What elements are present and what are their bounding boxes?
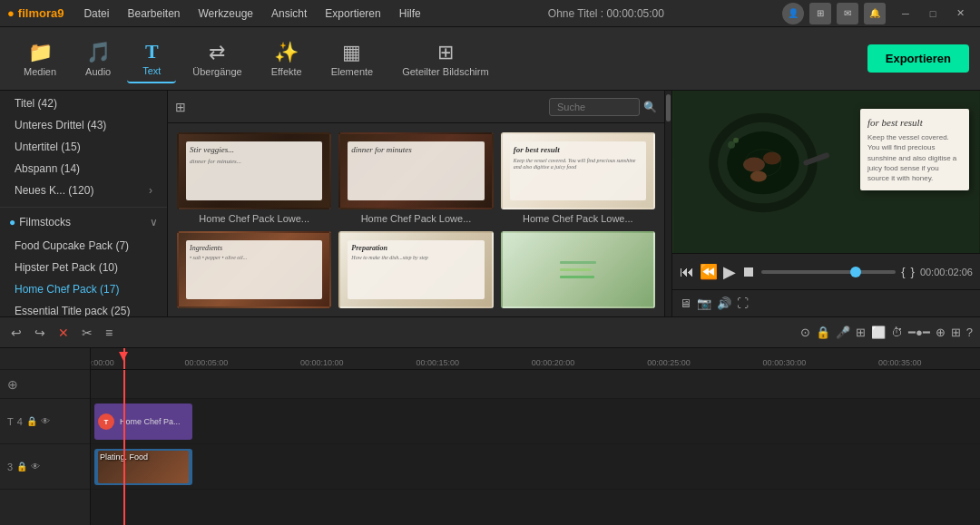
tl-icon-5[interactable]: ⬜ [871,326,886,339]
toolbar-geteilt[interactable]: ⊞ Geteilter Bildschirm [389,35,501,83]
track-lock-icon-3[interactable]: 🔒 [16,462,27,472]
filmstock-cupcake[interactable]: Food Cupcake Pack (7) [0,235,167,257]
list-item[interactable]: Preparation How to make the dish...step … [338,231,493,312]
track-eye-icon-3[interactable]: 👁 [31,462,40,472]
category-abspann[interactable]: Abspann (14) [0,158,167,180]
stop-button[interactable]: ⏹ [741,264,756,280]
tl-icon-7[interactable]: ⊕ [936,326,946,339]
list-item[interactable]: Stir veggies... dinner for minutes... Ho… [177,132,331,224]
bracket-left-icon[interactable]: { [901,265,905,278]
timeline: ↩ ↪ ✕ ✂ ≡ ⊙ 🔒 🎤 ⊞ ⬜ ⏱ ━●━ ⊕ ⊞ ? ⊕ [0,316,980,525]
step-back-button[interactable]: ⏪ [700,263,718,280]
grid-icon[interactable]: ⊞ [175,100,186,114]
menu-hilfe[interactable]: Hilfe [390,4,430,24]
media-card-label: Home Chef Pack Lowe... [177,213,331,224]
filmstocks-header[interactable]: ● Filmstocks ∨ [0,211,167,233]
screen-icon[interactable]: 🖥 [680,297,691,310]
tl-icon-2[interactable]: 🔒 [816,326,830,339]
toolbar-uebergaenge[interactable]: ⇄ Übergänge [180,35,254,83]
tl-icon-3[interactable]: 🎤 [836,326,850,339]
recipe-card-text: Keep the vessel covered. You will find p… [867,132,962,183]
list-item[interactable]: for best result Keep the vessel covered.… [501,132,655,224]
svg-rect-1 [560,268,592,271]
svg-point-9 [763,152,781,165]
adjust-button[interactable]: ≡ [102,324,116,342]
toolbar-medien[interactable]: 📁 Medien [11,35,69,83]
search-input[interactable] [549,98,640,116]
help-icon[interactable]: ? [966,326,973,339]
progress-slider[interactable] [761,270,896,274]
tl-icon-8[interactable]: ⊞ [951,326,961,339]
progress-thumb[interactable] [850,267,861,277]
preview-controls: ⏮ ⏪ ▶ ⏹ { } 00:00:02:06 [672,253,980,289]
track-labels: ⊕ T 4 🔒 👁 3 🔒 👁 [0,348,91,525]
undo-button[interactable]: ↩ [7,324,25,342]
video-clip[interactable]: Plating. Food [94,449,192,485]
track-row-4: T Home Chef Pa... [91,399,980,444]
maximize-button[interactable]: □ [920,5,946,23]
projects-icon[interactable]: ⊞ [809,3,831,24]
skip-back-button[interactable]: ⏮ [680,264,694,280]
fullscreen-icon[interactable]: ⛶ [737,297,749,310]
menu-bearbeiten[interactable]: Bearbeiten [118,4,189,24]
toolbar-elemente[interactable]: ▦ Elemente [318,35,386,83]
menu-datei[interactable]: Datei [74,4,118,24]
user-avatar[interactable]: 👤 [782,3,804,24]
audio-icon: 🎵 [86,41,111,64]
menu-ansicht[interactable]: Ansicht [262,4,316,24]
alert-icon[interactable]: 🔔 [864,3,886,24]
track-row-3: Plating. Food [91,444,980,490]
list-item[interactable]: dinner for minutes Home Chef Pack Lowe..… [338,132,493,224]
scrollbar[interactable] [664,91,671,316]
menu-werkzeuge[interactable]: Werkzeuge [190,4,262,24]
toolbar-text[interactable]: T Text [127,34,176,83]
filmstocks-items: Food Cupcake Pack (7) Hipster Pet Pack (… [0,233,167,316]
filmstock-homechef[interactable]: Home Chef Pack (17) [0,278,167,300]
uebergaenge-icon: ⇄ [209,41,225,64]
left-panel: Titel (42) Unteres Drittel (43) Untertit… [0,91,168,316]
volume-icon[interactable]: 🔊 [717,297,731,310]
filmstock-hipster[interactable]: Hipster Pet Pack (10) [0,257,167,278]
tl-icon-6[interactable]: ⏱ [891,326,903,339]
time-mark-7: 00:00:35:00 [878,358,922,367]
media-card-label: Home Chef Pack Lowe... [501,213,655,224]
text-clip[interactable]: T Home Chef Pa... [94,403,192,440]
category-unteres-drittel[interactable]: Unteres Drittel (43) [0,114,167,136]
camera-icon[interactable]: 📷 [697,297,711,310]
scrollbar-thumb[interactable] [666,94,671,122]
export-button[interactable]: Exportieren [867,44,969,73]
mail-icon[interactable]: ✉ [837,3,858,24]
bracket-right-icon[interactable]: } [911,265,915,278]
zoom-slider[interactable]: ━●━ [908,326,930,339]
delete-button[interactable]: ✕ [54,324,73,342]
redo-button[interactable]: ↪ [31,324,49,342]
medien-icon: 📁 [28,41,53,64]
close-button[interactable]: ✕ [947,5,973,23]
track-lock-icon[interactable]: 🔒 [26,416,37,426]
play-button[interactable]: ▶ [723,262,736,282]
preview-video: for best result Keep the vessel covered.… [672,91,980,253]
search-icon[interactable]: 🔍 [643,101,657,113]
add-track-icon[interactable]: ⊕ [7,377,18,392]
search-container: 🔍 [549,98,657,116]
list-item[interactable]: Ingredients • salt • pepper • olive oil.… [177,231,331,312]
media-grid: Stir veggies... dinner for minutes... Ho… [168,123,664,316]
category-titel[interactable]: Titel (42) [0,92,167,114]
filmstock-essential[interactable]: Essential Title pack (25) [0,300,167,316]
category-untertitel[interactable]: Untertitel (15) [0,136,167,158]
list-item[interactable] [501,231,655,312]
cut-button[interactable]: ✂ [78,324,96,342]
time-mark-1: 00:00:05:00 [185,358,229,367]
category-neues[interactable]: Neues K... (120) › [0,180,167,201]
toolbar-effekte[interactable]: ✨ Effekte [259,35,315,83]
media-thumb: Preparation How to make the dish...step … [338,231,493,308]
add-track-area [91,370,980,399]
tl-icon-1[interactable]: ⊙ [800,326,810,339]
menu-exportieren[interactable]: Exportieren [316,4,389,24]
tl-icon-4[interactable]: ⊞ [856,326,866,339]
time-mark-4: 00:00:20:00 [532,358,575,367]
toolbar-audio[interactable]: 🎵 Audio [73,35,123,83]
track-eye-icon[interactable]: 👁 [41,416,50,426]
chevron-down-icon: ∨ [150,216,158,228]
minimize-button[interactable]: ─ [893,5,918,23]
